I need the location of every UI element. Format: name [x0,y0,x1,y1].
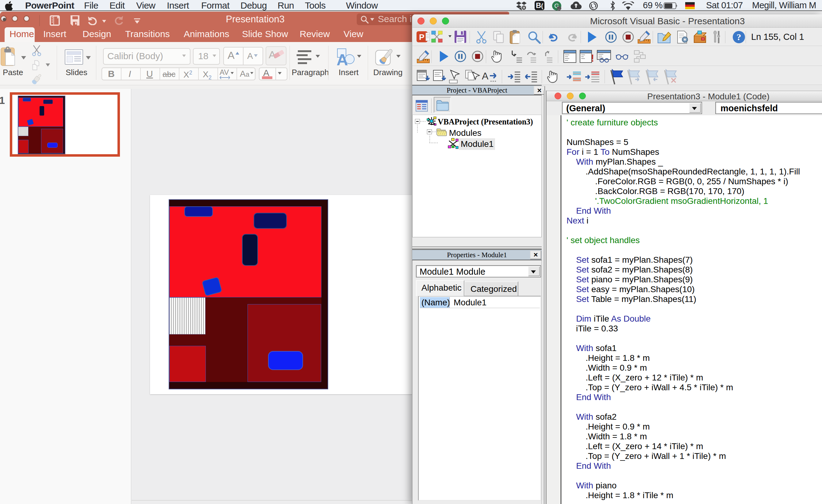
svg-text:P: P [419,32,424,42]
svg-text:...: ... [558,7,560,10]
svg-text:?: ? [737,32,741,42]
svg-text:A: A [337,51,348,67]
svg-text:!: ! [591,52,594,63]
svg-text:A: A [482,71,489,81]
